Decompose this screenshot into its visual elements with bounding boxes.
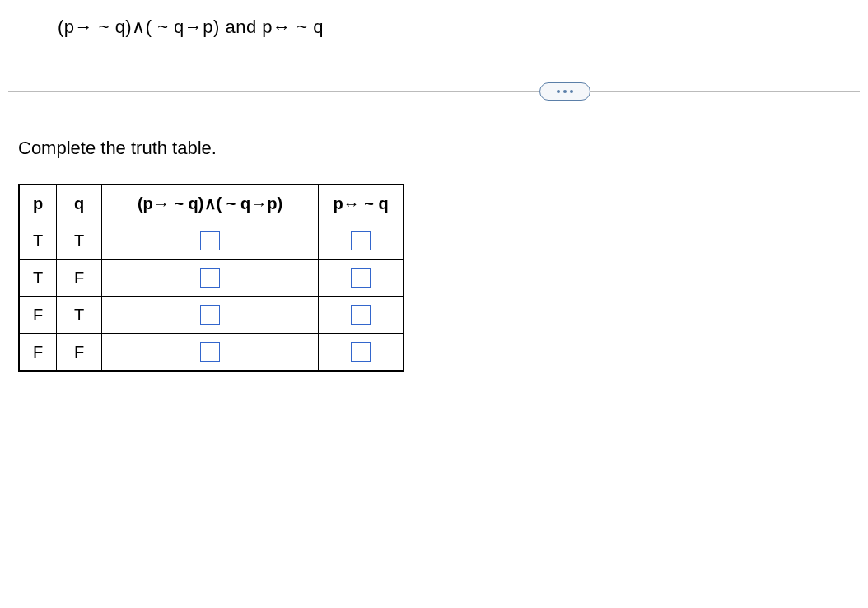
cell-expr2 [319, 222, 404, 260]
answer-input[interactable] [351, 268, 371, 288]
divider-left [8, 91, 539, 92]
table-header-row: p q (p→ ~ q)∧( ~ q→p) p↔ ~ q [19, 185, 404, 222]
cell-p: F [19, 334, 57, 372]
table-row: F T [19, 297, 404, 334]
more-button[interactable] [539, 82, 590, 101]
header-p: p [19, 185, 57, 222]
answer-input[interactable] [200, 268, 220, 288]
answer-input[interactable] [351, 305, 371, 325]
table-row: T F [19, 260, 404, 297]
header-q: q [57, 185, 102, 222]
formula-text: (p→ ~ q)∧( ~ q→p) and p↔ ~ q [58, 16, 324, 37]
cell-expr2 [319, 297, 404, 334]
truth-table: p q (p→ ~ q)∧( ~ q→p) p↔ ~ q T T T F F T [18, 184, 404, 372]
header-expr1: (p→ ~ q)∧( ~ q→p) [102, 185, 319, 222]
answer-input[interactable] [351, 342, 371, 362]
cell-q: T [57, 297, 102, 334]
answer-input[interactable] [200, 342, 220, 362]
cell-expr2 [319, 260, 404, 297]
cell-p: F [19, 297, 57, 334]
cell-expr1 [102, 297, 319, 334]
cell-expr1 [102, 334, 319, 372]
table-row: T T [19, 222, 404, 260]
cell-expr1 [102, 260, 319, 297]
answer-input[interactable] [200, 305, 220, 325]
answer-input[interactable] [200, 231, 220, 250]
cell-q: F [57, 260, 102, 297]
header-expr2: p↔ ~ q [319, 185, 404, 222]
dot-icon [570, 90, 573, 93]
cell-q: F [57, 334, 102, 372]
instruction-text: Complete the truth table. [18, 138, 217, 159]
cell-expr1 [102, 222, 319, 260]
cell-expr2 [319, 334, 404, 372]
divider-right [590, 91, 860, 92]
instruction-label: Complete the truth table. [18, 138, 217, 158]
answer-input[interactable] [351, 231, 371, 250]
problem-formula: (p→ ~ q)∧( ~ q→p) and p↔ ~ q [58, 16, 324, 38]
dot-icon [563, 90, 567, 93]
cell-p: T [19, 222, 57, 260]
divider [8, 82, 860, 101]
cell-q: T [57, 222, 102, 260]
table-row: F F [19, 334, 404, 372]
dot-icon [557, 90, 560, 93]
cell-p: T [19, 260, 57, 297]
